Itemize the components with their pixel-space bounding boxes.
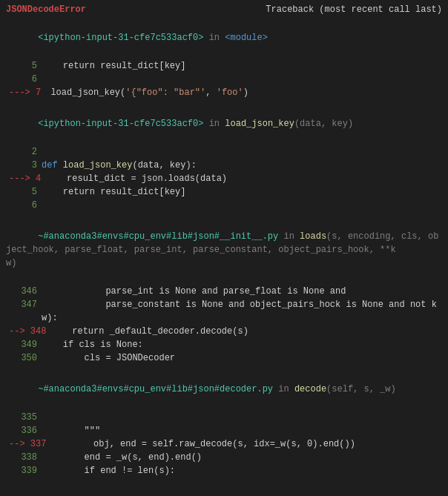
line-num: 335 (9, 411, 42, 424)
code-line: 338 end = _w(s, end).end() (9, 451, 442, 464)
frame-header-5: ~#anaconda3#envs#cpu_env#lib#json#decode… (6, 482, 442, 496)
line-content: obj, end = self.raw_decode(s, idx=_w(s, … (50, 437, 442, 451)
line-num: 6 (9, 199, 42, 212)
code-line-arrow: ---> 7 load_json_key('{"foo": "bar"', 'f… (9, 86, 442, 99)
line-num: 349 (9, 338, 42, 351)
line-arrow: --> 337 (9, 437, 50, 451)
line-num: 3 (9, 159, 42, 172)
line-content: result_dict = json.loads(data) (45, 172, 442, 185)
line-content (42, 73, 442, 86)
line-content: """ (42, 424, 442, 437)
frame-header-3: ~#anaconda3#envs#cpu_env#lib#json#__init… (6, 216, 442, 283)
line-arrow: ---> 7 (9, 86, 45, 99)
line-content: cls = JSONDecoder (42, 351, 442, 365)
line-content: if cls is None: (42, 338, 442, 351)
frame4-code: 335 336 """ --> 337 obj, end = self.raw_… (6, 411, 442, 477)
frame1-code: 5 return result_dict[key] 6 ---> 7 load_… (6, 59, 442, 99)
code-line: 347 parse_constant is None and object_pa… (9, 298, 442, 325)
code-line: 346 parse_int is None and parse_float is… (9, 285, 442, 298)
code-line-arrow: --> 337 obj, end = self.raw_decode(s, id… (9, 437, 442, 451)
line-num: 2 (9, 145, 42, 159)
line-num: 347 (9, 298, 42, 325)
line-content: end = _w(s, end).end() (42, 451, 442, 464)
code-line-arrow: ---> 4 result_dict = json.loads(data) (9, 172, 442, 185)
frame2-file: <ipython-input-31-cfe7c533acf0> (38, 119, 203, 129)
line-num: 338 (9, 451, 42, 464)
error-title: JSONDecodeError (6, 4, 86, 15)
line-num: 5 (9, 185, 42, 199)
frame2-in: in (203, 119, 225, 129)
line-content: return result_dict[key] (42, 59, 442, 73)
code-line: 336 """ (9, 424, 442, 437)
code-line: 2 (9, 145, 442, 159)
traceback-label: Traceback (most recent call last) (266, 4, 442, 15)
line-content (42, 145, 442, 159)
code-line: 3 def load_json_key(data, key): (9, 159, 442, 172)
frame3-func: loads (300, 231, 326, 242)
frame-header-1: <ipython-input-31-cfe7c533acf0> in <modu… (6, 18, 442, 58)
frame3-code: 346 parse_int is None and parse_float is… (6, 285, 442, 365)
frame4-func: decode (294, 384, 326, 394)
frame2-args: (data, key) (294, 119, 353, 129)
frame3-in: in (278, 231, 300, 242)
code-line: 335 (9, 411, 442, 424)
frame2-code: 2 3 def load_json_key(data, key): ---> 4… (6, 145, 442, 212)
frame1-file: <ipython-input-31-cfe7c533acf0> (38, 33, 203, 43)
line-num: 350 (9, 351, 42, 365)
frame-header-4: ~#anaconda3#envs#cpu_env#lib#json#decode… (6, 369, 442, 409)
frame1-module: <module> (225, 33, 268, 43)
frame-block-1: <ipython-input-31-cfe7c533acf0> in <modu… (6, 18, 442, 99)
frame2-func: load_json_key (225, 119, 294, 129)
line-arrow: ---> 4 (9, 172, 45, 185)
line-content: return _default_decoder.decode(s) (50, 325, 442, 338)
line-num: 6 (9, 73, 42, 86)
frame-block-3: ~#anaconda3#envs#cpu_env#lib#json#__init… (6, 216, 442, 365)
frame4-file: ~#anaconda3#envs#cpu_env#lib#json#decode… (38, 384, 273, 394)
frame-block-2: <ipython-input-31-cfe7c533acf0> in load_… (6, 104, 442, 212)
code-line: 5 return result_dict[key] (9, 185, 442, 199)
code-line: 339 if end != len(s): (9, 464, 442, 477)
line-content: parse_int is None and parse_float is Non… (42, 285, 442, 298)
header-row: JSONDecodeError Traceback (most recent c… (6, 4, 442, 15)
code-line: 350 cls = JSONDecoder (9, 351, 442, 365)
line-content (42, 199, 442, 212)
line-num: 5 (9, 59, 42, 73)
code-line: 5 return result_dict[key] (9, 59, 442, 73)
traceback-container: JSONDecodeError Traceback (most recent c… (0, 0, 448, 496)
line-num: 339 (9, 464, 42, 477)
frame-header-2: <ipython-input-31-cfe7c533acf0> in load_… (6, 104, 442, 144)
line-arrow: --> 348 (9, 325, 50, 338)
line-content: def load_json_key(data, key): (42, 159, 442, 172)
frame-block-5: ~#anaconda3#envs#cpu_env#lib#json#decode… (6, 482, 442, 496)
line-content (42, 411, 442, 424)
line-content: parse_constant is None and object_pairs_… (42, 298, 442, 325)
line-num: 346 (9, 285, 42, 298)
code-line: 6 (9, 199, 442, 212)
frame4-in: in (273, 384, 294, 394)
frame4-args: (self, s, _w) (326, 384, 396, 394)
line-content: if end != len(s): (42, 464, 442, 477)
line-num: 336 (9, 424, 42, 437)
frame-block-4: ~#anaconda3#envs#cpu_env#lib#json#decode… (6, 369, 442, 477)
frame1-in: in (203, 33, 225, 43)
frame3-file: ~#anaconda3#envs#cpu_env#lib#json#__init… (38, 231, 278, 242)
code-line: 349 if cls is None: (9, 338, 442, 351)
line-content: return result_dict[key] (42, 185, 442, 199)
line-content: load_json_key('{"foo": "bar"', 'foo') (45, 86, 442, 99)
code-line: 6 (9, 73, 442, 86)
code-line-arrow: --> 348 return _default_decoder.decode(s… (9, 325, 442, 338)
